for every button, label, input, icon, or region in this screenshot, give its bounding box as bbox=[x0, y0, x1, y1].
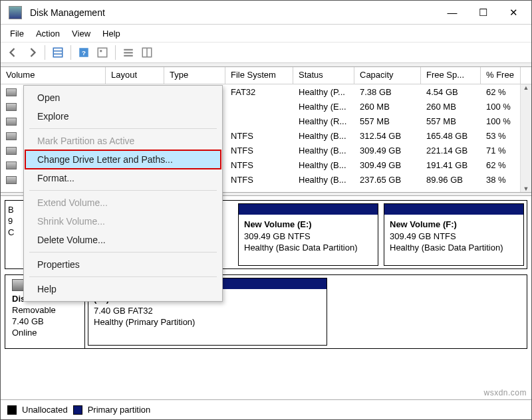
menu-separator bbox=[29, 252, 217, 253]
menu-item-explore[interactable]: Explore bbox=[25, 107, 221, 126]
partition-e-status: Healthy (Basic Data Partition) bbox=[244, 243, 358, 253]
partition-e-title: New Volume (E:) bbox=[244, 219, 312, 229]
menu-file[interactable]: File bbox=[10, 29, 24, 39]
partition-e-size: 309.49 GB NTFS bbox=[244, 231, 311, 241]
svg-rect-6 bbox=[100, 50, 102, 52]
cell-pct: 100 % bbox=[481, 116, 521, 126]
col-status[interactable]: Status bbox=[293, 67, 354, 84]
menu-help[interactable]: Help bbox=[102, 29, 120, 39]
list-icon[interactable] bbox=[121, 45, 136, 60]
partition-e[interactable]: New Volume (E:) 309.49 GB NTFS Healthy (… bbox=[238, 203, 378, 266]
cell-free: 191.41 GB bbox=[421, 160, 481, 170]
menu-item-help[interactable]: Help bbox=[25, 280, 221, 298]
cell-pct: 62 % bbox=[481, 87, 521, 97]
cell-status: Healthy (B... bbox=[293, 131, 354, 141]
cell-capacity: 7.38 GB bbox=[354, 87, 421, 97]
menu-item-open[interactable]: Open bbox=[25, 88, 221, 107]
menubar: File Action View Help bbox=[1, 25, 531, 42]
cell-pct: 71 % bbox=[481, 146, 521, 156]
titlebar: Disk Management — ☐ ✕ bbox=[1, 1, 531, 25]
menu-separator bbox=[29, 128, 217, 129]
cell-pct: 62 % bbox=[481, 160, 521, 170]
cell-free: 221.14 GB bbox=[421, 146, 481, 156]
svg-rect-9 bbox=[124, 55, 133, 56]
menu-separator bbox=[29, 190, 217, 191]
volume-icon bbox=[6, 103, 17, 111]
cell-free: 89.96 GB bbox=[421, 175, 481, 185]
cell-pct: 100 % bbox=[481, 102, 521, 112]
col-volume[interactable]: Volume bbox=[1, 67, 106, 84]
cell-status: Healthy (B... bbox=[293, 175, 354, 185]
window-title: Disk Management bbox=[27, 7, 437, 18]
maximize-button[interactable]: ☐ bbox=[467, 3, 498, 23]
menu-view[interactable]: View bbox=[72, 29, 90, 39]
disk-management-window: Disk Management — ☐ ✕ File Action View H… bbox=[0, 0, 532, 420]
cell-fs: NTFS bbox=[225, 146, 293, 156]
menu-item-mark-partition-as-active: Mark Partition as Active bbox=[25, 132, 221, 150]
cell-pct: 53 % bbox=[481, 131, 521, 141]
partition-f-size: 309.49 GB NTFS bbox=[390, 231, 456, 241]
cell-status: Healthy (P... bbox=[293, 87, 354, 97]
partition-f-title: New Volume (F:) bbox=[390, 219, 457, 229]
cell-pct: 38 % bbox=[481, 175, 521, 185]
cell-status: Healthy (B... bbox=[293, 146, 354, 156]
partition-f[interactable]: New Volume (F:) 309.49 GB NTFS Healthy (… bbox=[384, 203, 524, 266]
svg-rect-8 bbox=[124, 52, 133, 53]
cell-free: 557 MB bbox=[421, 116, 481, 126]
volume-icon bbox=[6, 176, 17, 184]
menu-item-extend-volume: Extend Volume... bbox=[25, 193, 221, 212]
watermark: wsxdn.com bbox=[483, 388, 527, 397]
col-type[interactable]: Type bbox=[164, 67, 225, 84]
cell-capacity: 309.49 GB bbox=[354, 160, 421, 170]
minimize-button[interactable]: — bbox=[437, 3, 467, 23]
partition-f-status: Healthy (Basic Data Partition) bbox=[390, 243, 503, 253]
col-capacity[interactable]: Capacity bbox=[354, 67, 421, 84]
disk-0-name-partial: B bbox=[8, 205, 20, 215]
cell-fs: FAT32 bbox=[225, 87, 293, 97]
help-icon[interactable]: ? bbox=[76, 45, 91, 60]
forward-button[interactable] bbox=[25, 45, 39, 60]
menu-item-properties[interactable]: Properties bbox=[25, 255, 221, 274]
col-pctfree[interactable]: % Free bbox=[481, 67, 521, 84]
svg-text:?: ? bbox=[82, 49, 86, 56]
volume-icon bbox=[6, 161, 17, 169]
disk-2-status: Online bbox=[12, 328, 78, 338]
volume-icon bbox=[6, 132, 17, 140]
menu-item-change-drive-letter-and-paths[interactable]: Change Drive Letter and Paths... bbox=[25, 150, 221, 169]
close-button[interactable]: ✕ bbox=[498, 3, 529, 23]
cell-fs: NTFS bbox=[225, 131, 293, 141]
col-filesystem[interactable]: File System bbox=[225, 67, 293, 84]
disk-2-size: 7.40 GB bbox=[12, 316, 78, 326]
menu-item-delete-volume[interactable]: Delete Volume... bbox=[25, 231, 221, 249]
column-headers: Volume Layout Type File System Status Ca… bbox=[1, 67, 531, 84]
toolbar: ? bbox=[1, 42, 531, 63]
svg-rect-7 bbox=[124, 49, 133, 51]
menu-item-format[interactable]: Format... bbox=[25, 169, 221, 187]
disk-0-status-partial: C bbox=[8, 227, 20, 237]
disk-0-info: B 9 C bbox=[5, 201, 23, 268]
cell-free: 260 MB bbox=[421, 102, 481, 112]
col-layout[interactable]: Layout bbox=[106, 67, 164, 84]
cell-status: Healthy (R... bbox=[293, 116, 354, 126]
scrollbar-vertical[interactable] bbox=[520, 84, 531, 192]
legend: Unallocated Primary partition bbox=[1, 399, 531, 419]
menu-item-shrink-volume: Shrink Volume... bbox=[25, 212, 221, 231]
settings-icon[interactable] bbox=[95, 45, 110, 60]
volume-icon bbox=[6, 118, 17, 126]
menu-action[interactable]: Action bbox=[36, 29, 60, 39]
cell-fs: NTFS bbox=[225, 160, 293, 170]
cell-capacity: 260 MB bbox=[354, 102, 421, 112]
col-freespace[interactable]: Free Sp... bbox=[421, 67, 481, 84]
legend-primary: Primary partition bbox=[88, 405, 151, 415]
cell-free: 165.48 GB bbox=[421, 131, 481, 141]
cell-fs: NTFS bbox=[225, 175, 293, 185]
app-icon bbox=[9, 6, 22, 19]
volume-icon bbox=[6, 88, 17, 96]
svg-rect-5 bbox=[98, 48, 107, 57]
partition-g-status: Healthy (Primary Partition) bbox=[94, 317, 195, 327]
back-button[interactable] bbox=[6, 45, 21, 60]
cell-capacity: 312.54 GB bbox=[354, 131, 421, 141]
legend-primary-swatch bbox=[73, 405, 82, 415]
table-view-icon[interactable] bbox=[51, 45, 65, 60]
details-icon[interactable] bbox=[140, 45, 154, 60]
